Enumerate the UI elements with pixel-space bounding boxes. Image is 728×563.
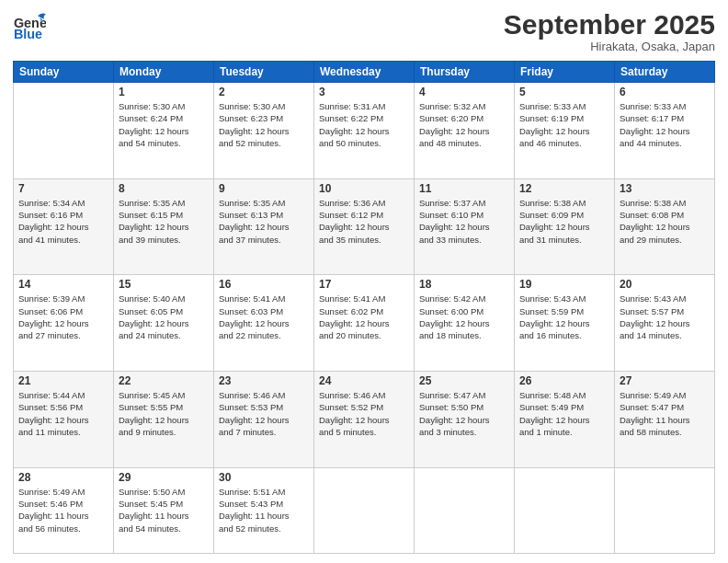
day-number: 28: [18, 471, 108, 484]
cell-info: Sunrise: 5:30 AM Sunset: 6:23 PM Dayligh…: [219, 100, 309, 149]
cell-info: Sunrise: 5:46 AM Sunset: 5:53 PM Dayligh…: [219, 389, 309, 438]
logo: General Blue: [13, 9, 46, 42]
day-number: 13: [620, 182, 710, 195]
calendar-cell: [515, 467, 615, 553]
day-number: 21: [18, 374, 108, 387]
page: General Blue September 2025 Hirakata, Os…: [0, 0, 728, 563]
day-number: 26: [519, 374, 609, 387]
calendar-cell: 21Sunrise: 5:44 AM Sunset: 5:56 PM Dayli…: [14, 372, 114, 468]
calendar-week-row: 14Sunrise: 5:39 AM Sunset: 6:06 PM Dayli…: [14, 275, 715, 372]
calendar-week-row: 28Sunrise: 5:49 AM Sunset: 5:46 PM Dayli…: [14, 467, 715, 553]
calendar-table: SundayMondayTuesdayWednesdayThursdayFrid…: [13, 61, 715, 554]
calendar-cell: 20Sunrise: 5:43 AM Sunset: 5:57 PM Dayli…: [615, 275, 715, 372]
cell-info: Sunrise: 5:31 AM Sunset: 6:22 PM Dayligh…: [319, 100, 409, 149]
cell-info: Sunrise: 5:30 AM Sunset: 6:24 PM Dayligh…: [119, 100, 209, 149]
calendar-cell: 26Sunrise: 5:48 AM Sunset: 5:49 PM Dayli…: [515, 372, 615, 468]
calendar-cell: 15Sunrise: 5:40 AM Sunset: 6:05 PM Dayli…: [114, 275, 214, 372]
day-number: 30: [219, 471, 309, 484]
day-number: 7: [18, 182, 108, 195]
calendar-cell: 24Sunrise: 5:46 AM Sunset: 5:52 PM Dayli…: [314, 372, 415, 468]
cell-info: Sunrise: 5:35 AM Sunset: 6:15 PM Dayligh…: [119, 197, 209, 246]
day-number: 16: [219, 278, 309, 291]
day-number: 11: [419, 182, 509, 195]
calendar-cell: 9Sunrise: 5:35 AM Sunset: 6:13 PM Daylig…: [214, 178, 314, 275]
calendar-cell: 11Sunrise: 5:37 AM Sunset: 6:10 PM Dayli…: [415, 178, 515, 275]
calendar-cell: [415, 467, 515, 553]
calendar-cell: 3Sunrise: 5:31 AM Sunset: 6:22 PM Daylig…: [314, 83, 415, 179]
calendar-cell: 5Sunrise: 5:33 AM Sunset: 6:19 PM Daylig…: [515, 83, 615, 179]
cell-info: Sunrise: 5:37 AM Sunset: 6:10 PM Dayligh…: [419, 197, 509, 246]
cell-info: Sunrise: 5:49 AM Sunset: 5:47 PM Dayligh…: [620, 389, 710, 438]
calendar-cell: 1Sunrise: 5:30 AM Sunset: 6:24 PM Daylig…: [114, 83, 214, 179]
logo-icon: General Blue: [13, 9, 46, 42]
day-number: 14: [18, 278, 108, 291]
calendar-cell: 6Sunrise: 5:33 AM Sunset: 6:17 PM Daylig…: [615, 83, 715, 179]
day-number: 5: [519, 86, 609, 98]
calendar-cell: [14, 83, 114, 179]
cell-info: Sunrise: 5:50 AM Sunset: 5:45 PM Dayligh…: [119, 486, 209, 534]
day-number: 10: [319, 182, 409, 195]
day-number: 19: [519, 278, 609, 291]
cell-info: Sunrise: 5:32 AM Sunset: 6:20 PM Dayligh…: [419, 100, 509, 149]
day-number: 24: [319, 374, 409, 387]
day-number: 29: [119, 471, 209, 484]
weekday-header-wednesday: Wednesday: [314, 62, 415, 83]
calendar-week-row: 1Sunrise: 5:30 AM Sunset: 6:24 PM Daylig…: [14, 83, 715, 179]
calendar-header-row: SundayMondayTuesdayWednesdayThursdayFrid…: [14, 62, 715, 83]
calendar-cell: 30Sunrise: 5:51 AM Sunset: 5:43 PM Dayli…: [214, 467, 314, 553]
calendar-cell: 18Sunrise: 5:42 AM Sunset: 6:00 PM Dayli…: [415, 275, 515, 372]
day-number: 6: [620, 86, 710, 98]
day-number: 4: [419, 86, 509, 98]
day-number: 2: [219, 86, 309, 98]
cell-info: Sunrise: 5:43 AM Sunset: 5:59 PM Dayligh…: [519, 293, 609, 341]
calendar-cell: 7Sunrise: 5:34 AM Sunset: 6:16 PM Daylig…: [14, 178, 114, 275]
day-number: 15: [119, 278, 209, 291]
cell-info: Sunrise: 5:43 AM Sunset: 5:57 PM Dayligh…: [620, 293, 710, 341]
calendar-cell: [615, 467, 715, 553]
calendar-cell: 8Sunrise: 5:35 AM Sunset: 6:15 PM Daylig…: [114, 178, 214, 275]
cell-info: Sunrise: 5:42 AM Sunset: 6:00 PM Dayligh…: [419, 293, 509, 341]
calendar-cell: 17Sunrise: 5:41 AM Sunset: 6:02 PM Dayli…: [314, 275, 415, 372]
cell-info: Sunrise: 5:39 AM Sunset: 6:06 PM Dayligh…: [18, 293, 108, 341]
calendar-cell: 12Sunrise: 5:38 AM Sunset: 6:09 PM Dayli…: [515, 178, 615, 275]
calendar-week-row: 7Sunrise: 5:34 AM Sunset: 6:16 PM Daylig…: [14, 178, 715, 275]
weekday-header-monday: Monday: [114, 62, 214, 83]
weekday-header-tuesday: Tuesday: [214, 62, 314, 83]
location-subtitle: Hirakata, Osaka, Japan: [504, 40, 715, 53]
title-section: September 2025 Hirakata, Osaka, Japan: [504, 9, 715, 53]
calendar-cell: 16Sunrise: 5:41 AM Sunset: 6:03 PM Dayli…: [214, 275, 314, 372]
cell-info: Sunrise: 5:34 AM Sunset: 6:16 PM Dayligh…: [18, 197, 108, 246]
cell-info: Sunrise: 5:49 AM Sunset: 5:46 PM Dayligh…: [18, 486, 108, 534]
calendar-cell: 2Sunrise: 5:30 AM Sunset: 6:23 PM Daylig…: [214, 83, 314, 179]
day-number: 23: [219, 374, 309, 387]
cell-info: Sunrise: 5:41 AM Sunset: 6:03 PM Dayligh…: [219, 293, 309, 341]
cell-info: Sunrise: 5:45 AM Sunset: 5:55 PM Dayligh…: [119, 389, 209, 438]
cell-info: Sunrise: 5:36 AM Sunset: 6:12 PM Dayligh…: [319, 197, 409, 246]
header: General Blue September 2025 Hirakata, Os…: [13, 9, 715, 53]
weekday-header-thursday: Thursday: [415, 62, 515, 83]
calendar-week-row: 21Sunrise: 5:44 AM Sunset: 5:56 PM Dayli…: [14, 372, 715, 468]
cell-info: Sunrise: 5:41 AM Sunset: 6:02 PM Dayligh…: [319, 293, 409, 341]
day-number: 9: [219, 182, 309, 195]
cell-info: Sunrise: 5:38 AM Sunset: 6:09 PM Dayligh…: [519, 197, 609, 246]
cell-info: Sunrise: 5:48 AM Sunset: 5:49 PM Dayligh…: [519, 389, 609, 438]
svg-text:Blue: Blue: [14, 27, 42, 41]
weekday-header-friday: Friday: [515, 62, 615, 83]
cell-info: Sunrise: 5:33 AM Sunset: 6:19 PM Dayligh…: [519, 100, 609, 149]
calendar-cell: 28Sunrise: 5:49 AM Sunset: 5:46 PM Dayli…: [14, 467, 114, 553]
cell-info: Sunrise: 5:46 AM Sunset: 5:52 PM Dayligh…: [319, 389, 409, 438]
cell-info: Sunrise: 5:51 AM Sunset: 5:43 PM Dayligh…: [219, 486, 309, 534]
calendar-cell: 10Sunrise: 5:36 AM Sunset: 6:12 PM Dayli…: [314, 178, 415, 275]
calendar-cell: 29Sunrise: 5:50 AM Sunset: 5:45 PM Dayli…: [114, 467, 214, 553]
day-number: 22: [119, 374, 209, 387]
calendar-cell: [314, 467, 415, 553]
calendar-cell: 22Sunrise: 5:45 AM Sunset: 5:55 PM Dayli…: [114, 372, 214, 468]
calendar-cell: 23Sunrise: 5:46 AM Sunset: 5:53 PM Dayli…: [214, 372, 314, 468]
calendar-body: 1Sunrise: 5:30 AM Sunset: 6:24 PM Daylig…: [14, 83, 715, 554]
calendar-cell: 4Sunrise: 5:32 AM Sunset: 6:20 PM Daylig…: [415, 83, 515, 179]
day-number: 17: [319, 278, 409, 291]
calendar-cell: 27Sunrise: 5:49 AM Sunset: 5:47 PM Dayli…: [615, 372, 715, 468]
day-number: 27: [620, 374, 710, 387]
day-number: 18: [419, 278, 509, 291]
calendar-cell: 14Sunrise: 5:39 AM Sunset: 6:06 PM Dayli…: [14, 275, 114, 372]
